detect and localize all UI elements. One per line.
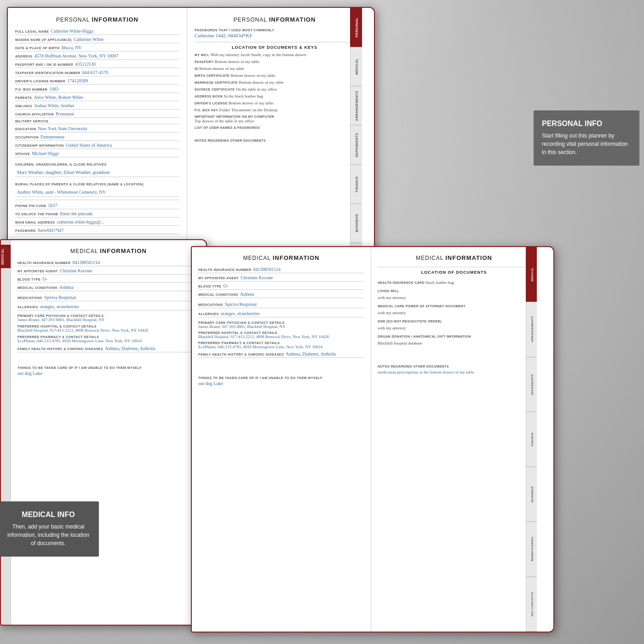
medical-left-tab-label[interactable]: MEDICAL (1, 245, 11, 268)
br-conditions: MEDICAL CONDITIONS Asthma (198, 292, 364, 298)
unlock-phone-field: TO UNLOCK THE PHONE Enter the pincode (15, 211, 179, 218)
tab-strip: PERSONAL MEDICAL ARRANGEMENTS DEPENDENTS… (350, 8, 362, 282)
btab-beneficiaries[interactable]: BENEFICIARIES (526, 522, 537, 576)
organ-donation-doc: ORGAN DONATION / ANATOMICAL GIFT INFORMA… (378, 335, 530, 346)
address-book-doc: ADDRESS BOOK In the black leather bag (195, 94, 355, 98)
email-field: MAIN EMAIL ADDRESS catherine.white-higgs… (15, 219, 179, 226)
children-field: CHILDREN, GRANDCHILDREN, & CLOSE RELATIV… (15, 159, 179, 177)
divorce-cert-doc: DIVORCE CERTIFICATE On the table in my o… (195, 87, 355, 92)
bottom-right-book: MEDICAL INFORMATION HEALTH INSURANCE NUM… (191, 246, 554, 632)
tab-personal[interactable]: PERSONAL (350, 8, 362, 47)
medical-notes-value: medication prescriptions in the bottom d… (378, 370, 530, 374)
living-will-doc: LIVING WILL with my attorney (378, 289, 530, 301)
health-insurance-field: HEALTH INSURANCE NUMBER 041308581114 (17, 260, 200, 266)
spouse-field: SPOUSE Michael Higgs (15, 151, 179, 157)
military-field: MILITARY SERVICE (15, 120, 179, 124)
marriage-cert-doc: MARRIAGE CERTIFICATE Bottom drawer of my… (195, 80, 355, 85)
hospital-label: PREFERRED HOSPITAL & CONTACT DETAILS (17, 325, 200, 328)
medications-field: MEDICATIONS Spiriva Respimat (17, 295, 200, 301)
passport-doc: PASSPORT Bottom drawer of my table (195, 59, 355, 64)
br-pharmacy-label: PREFERRED PHARMACY & CONTACT DETAILS (198, 341, 364, 345)
birth-field: DATE & PLACE OF BIRTH Ithaca, NY (15, 45, 179, 52)
pharmacy-value: EcoPharm, 646-215-4785, 4920 Morningview… (17, 339, 200, 343)
id-doc: ID Bottom drawer of my table (195, 66, 355, 71)
medical-notes-label: NOTES REGARDING OTHER DOCUMENTS (378, 365, 530, 368)
top-left-title: PERSONAL INFORMATION (15, 16, 179, 23)
bottom-left-book: MEDICAL MEDICAL INFORMATION HEALTH INSUR… (0, 239, 207, 626)
bottom-right-left-title: MEDICAL INFORMATION (198, 254, 364, 261)
br-physician-label: PRIMARY CARE PHYSICIAN & CONTACT DETAILS (198, 321, 364, 324)
physician-value: James Brand, 347-265-8801, Blackhill Hos… (17, 317, 200, 322)
phone-pin-field: PHONE PIN CODE 5637 (15, 203, 179, 209)
br-pharmacy: EcoPharm, 646-215-4785, 4920 Morningview… (198, 345, 364, 349)
tab-arrangements[interactable]: ARRANGEMENTS (350, 86, 362, 125)
bottom-right-left-page: MEDICAL INFORMATION HEALTH INSURANCE NUM… (192, 247, 371, 632)
pobox-key-doc: P.O. BOX KEY Folder 'Documents' on the D… (195, 108, 355, 112)
passport-field: PASSPORT AND / OR ID NUMBER 435112530 (15, 62, 179, 68)
btab-key-contacts[interactable]: KEY CONTACTS (526, 577, 537, 632)
tab-medical[interactable]: MEDICAL (350, 47, 362, 86)
personal-banner-text: Start filling out this planner by record… (542, 132, 631, 156)
po-box-field: P.O. BOX NUMBER 1083 (15, 86, 179, 93)
location-docs-title-medical: LOCATION OF DOCUMENTS (378, 267, 530, 275)
hospital-value: Blackhill Hospital, 917-413-2212, 4898 R… (17, 328, 200, 333)
br-medications: MEDICATIONS Spiriva Respimat (198, 302, 364, 308)
btab-dependents[interactable]: DEPENDENTS (526, 357, 537, 412)
maiden-name-field: MAIDEN NAME (IF APPLICABLE) Catherine Wh… (15, 37, 179, 43)
things-value: our dog Luke (17, 371, 200, 376)
tab-dependents[interactable]: DEPENDENTS (350, 125, 362, 164)
usernames-doc: LIST OF USER NAMES & PASSWORDS (195, 126, 355, 130)
blood-type-field: BLOOD TYPE O- (17, 276, 200, 283)
health-card-doc: HEALTH INSURANCE CARD black leather bag (378, 277, 530, 286)
medical-banner-title: MEDICAL INFO (6, 511, 91, 519)
bottom-left-title: MEDICAL INFORMATION (17, 247, 200, 254)
allergies-field: ALLERGIES oranges, strawberries (17, 304, 200, 310)
drivers-license-field: DRIVER'S LICENSE NUMBER 174120589 (15, 78, 179, 85)
br-things-label: THINGS TO BE TAKEN CARE OF IF I AM UNABL… (198, 376, 364, 380)
medical-conditions-field: MEDICAL CONDITIONS Asthma (17, 285, 200, 291)
medical-tab-left: MEDICAL (1, 240, 11, 625)
top-right-title: PERSONAL INFORMATION (195, 16, 355, 23)
citizenship-field: CITIZENSHIP INFORMATION United States of… (15, 143, 179, 149)
family-history-field: FAMILY HEALTH HISTORY & CHRONIC DISEASES… (17, 346, 200, 352)
dnr-doc: DNR (DO-NOT-RESUSCITATE ORDER) with my a… (378, 320, 530, 331)
full-name-field: FULL LEGAL NAME Catherine White-Higgs (15, 29, 179, 35)
things-label: THINGS TO BE TAKEN CARE OF IF I AM UNABL… (17, 366, 200, 369)
bottom-left-content: MEDICAL INFORMATION HEALTH INSURANCE NUM… (11, 240, 206, 625)
personal-banner-title: PERSONAL INFO (542, 120, 631, 128)
physician-label: PRIMARY CARE PHYSICIAN & CONTACT DETAILS (17, 314, 200, 317)
medical-power-doc: MEDICAL CARE POWER OF ATTORNEY DOCUMENT … (378, 305, 530, 316)
bottom-right-right-page: MEDICAL INFORMATION LOCATION OF DOCUMENT… (371, 247, 537, 632)
btab-medical[interactable]: MEDICAL (526, 247, 537, 302)
agent-field: MY APPOINTED AGENT Christine Kocone (17, 268, 200, 275)
btab-arrangements[interactable]: ARRANGEMENTS (526, 302, 537, 356)
passwords-value: Catherine 1442, 684034*KF (195, 33, 355, 38)
occupation-field: OCCUPATION Entrepreneur (15, 134, 179, 141)
br-allergies: ALLERGIES oranges, strawberries (198, 311, 364, 317)
passwords-label: PASSWORDS THAT I USED MOST COMMONLY (195, 29, 355, 32)
taxpayer-field: TAXPAYER IDENTIFICATION NUMBER 644-617-4… (15, 70, 179, 76)
bottom-right-tab-strip: MEDICAL ARRANGEMENTS DEPENDENTS FINANCE … (526, 247, 537, 632)
br-blood-type: BLOOD TYPE O- (198, 283, 364, 290)
password-field: PASSWORD Juew041!*kf? (15, 228, 179, 234)
br-physician: James Brand, 347-265-8801, Blackhill Hos… (198, 324, 364, 329)
location-docs-title: LOCATION OF DOCUMENTS & KEYS (195, 42, 355, 50)
bottom-right-right-title: MEDICAL INFORMATION (378, 254, 530, 261)
personal-info-banner: PERSONAL INFO Start filling out this pla… (534, 110, 639, 166)
parents-field: PARENTS Alice White, Robert White (15, 95, 179, 101)
pharmacy-label: PREFERRED PHARMACY & CONTACT DETAILS (17, 335, 200, 339)
btab-business[interactable]: BUSINESS (526, 467, 537, 522)
br-hospital-label: PREFERRED HOSPITAL & CONTACT DETAILS (198, 331, 364, 334)
br-things: our dog Luke (198, 381, 364, 386)
church-field: CHURCH AFFILIATION Protestant (15, 111, 179, 118)
br-agent: MY APPOINTED AGENT Christine Kocone (198, 275, 364, 282)
br-health-insurance: HEALTH INSURANCE NUMBER 041308581114 (198, 267, 364, 273)
address-field: ADDRESS 4578 Hoffman Avenue, New York, N… (15, 53, 179, 60)
computer-doc: IMPORTANT INFORMATION ON MY COMPUTER Top… (195, 115, 355, 123)
tab-business[interactable]: BUSINESS (350, 204, 362, 243)
medical-banner-text: Then, add your basic medical information… (6, 523, 91, 547)
tab-finance[interactable]: FINANCE (350, 165, 362, 204)
drivers-license-doc: DRIVER'S LICENSE Bottom drawer of my tab… (195, 101, 355, 105)
will-doc: MY WILL With my attorney Jacob Smith, co… (195, 52, 355, 57)
btab-finance[interactable]: FINANCE (526, 412, 537, 466)
